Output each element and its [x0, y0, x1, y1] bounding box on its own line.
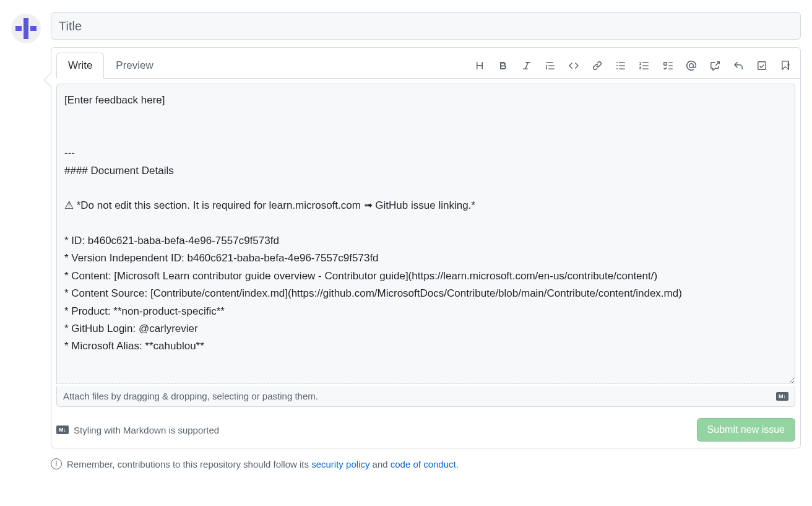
italic-icon[interactable]: [517, 56, 537, 76]
attach-files-hint[interactable]: Attach files by dragging & dropping, sel…: [56, 386, 795, 407]
issue-body-textarea[interactable]: [56, 84, 795, 384]
contribution-notice: i Remember, contributions to this reposi…: [51, 458, 801, 469]
markdown-supported-text: Styling with Markdown is supported: [74, 425, 219, 435]
code-icon[interactable]: [564, 56, 584, 76]
suggestion-icon[interactable]: [775, 56, 795, 76]
new-issue-form: Write Preview: [51, 12, 801, 469]
avatar-image: [15, 18, 37, 39]
code-of-conduct-link[interactable]: code of conduct: [391, 459, 456, 469]
unordered-list-icon[interactable]: [611, 56, 631, 76]
avatar-column: [11, 12, 41, 469]
comment-tabnav: Write Preview: [51, 48, 800, 79]
notice-suffix: .: [456, 459, 459, 469]
quote-icon[interactable]: [540, 56, 560, 76]
submit-new-issue-button[interactable]: Submit new issue: [697, 418, 795, 442]
ordered-list-icon[interactable]: [634, 56, 654, 76]
tab-write[interactable]: Write: [56, 53, 104, 79]
comment-box: Write Preview: [51, 47, 801, 448]
info-icon: i: [51, 458, 62, 469]
tab-preview[interactable]: Preview: [104, 53, 165, 79]
markdown-icon: M↓: [776, 392, 788, 401]
bold-icon[interactable]: [493, 56, 513, 76]
saved-replies-icon[interactable]: [752, 56, 772, 76]
security-policy-link[interactable]: security policy: [311, 459, 369, 469]
notice-prefix: Remember, contributions to this reposito…: [67, 459, 311, 469]
task-list-icon[interactable]: [658, 56, 678, 76]
issue-title-input[interactable]: [51, 12, 801, 40]
attach-files-text: Attach files by dragging & dropping, sel…: [63, 391, 318, 401]
markdown-supported-note[interactable]: M↓ Styling with Markdown is supported: [56, 425, 219, 435]
heading-icon[interactable]: [470, 56, 490, 76]
cross-reference-icon[interactable]: [705, 56, 725, 76]
reply-icon[interactable]: [728, 56, 748, 76]
notice-mid: and: [373, 459, 391, 469]
markdown-toolbar: [470, 56, 795, 76]
link-icon[interactable]: [587, 56, 607, 76]
mention-icon[interactable]: [681, 56, 701, 76]
markdown-icon: M↓: [56, 425, 69, 434]
avatar[interactable]: [11, 14, 41, 43]
